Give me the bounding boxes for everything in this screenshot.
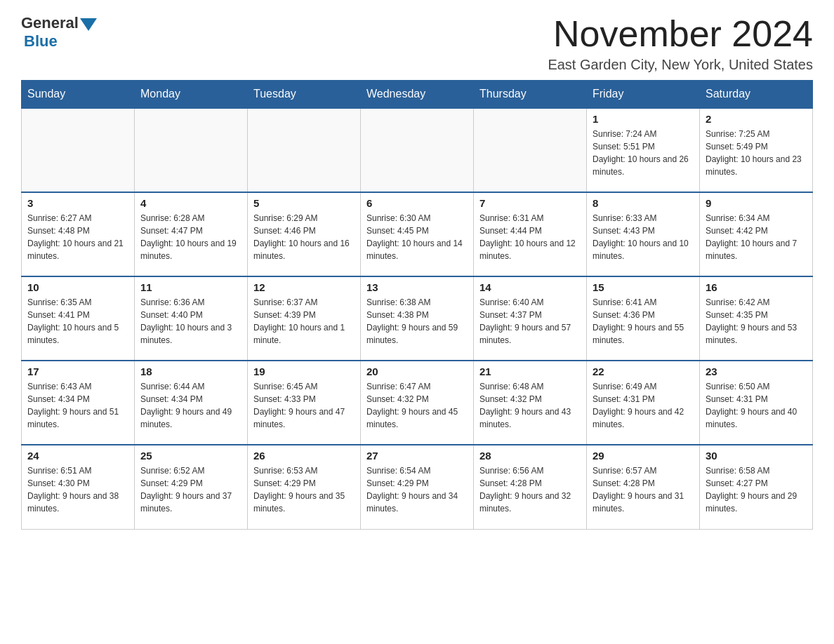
calendar-cell xyxy=(361,108,474,192)
calendar-cell: 1Sunrise: 7:24 AMSunset: 5:51 PMDaylight… xyxy=(587,108,700,192)
title-section: November 2024 East Garden City, New York… xyxy=(548,14,813,73)
calendar-cell xyxy=(474,108,587,192)
day-number: 3 xyxy=(27,197,128,209)
calendar-cell: 20Sunrise: 6:47 AMSunset: 4:32 PMDayligh… xyxy=(361,361,474,445)
day-number: 12 xyxy=(253,281,355,293)
day-info: Sunrise: 6:43 AMSunset: 4:34 PMDaylight:… xyxy=(27,380,128,431)
calendar-cell: 16Sunrise: 6:42 AMSunset: 4:35 PMDayligh… xyxy=(700,276,813,361)
logo-general-text: General xyxy=(21,14,79,32)
calendar-cell: 9Sunrise: 6:34 AMSunset: 4:42 PMDaylight… xyxy=(700,192,813,276)
day-number: 1 xyxy=(593,113,694,125)
calendar-header-wednesday: Wednesday xyxy=(361,81,474,109)
calendar-header-row: SundayMondayTuesdayWednesdayThursdayFrid… xyxy=(22,81,813,109)
day-number: 10 xyxy=(27,281,128,293)
day-info: Sunrise: 6:45 AMSunset: 4:33 PMDaylight:… xyxy=(253,380,355,431)
page-header: General Blue November 2024 East Garden C… xyxy=(21,14,813,73)
day-info: Sunrise: 6:41 AMSunset: 4:36 PMDaylight:… xyxy=(593,296,694,347)
day-number: 19 xyxy=(253,365,355,377)
calendar-cell: 29Sunrise: 6:57 AMSunset: 4:28 PMDayligh… xyxy=(587,445,700,529)
day-number: 14 xyxy=(479,281,581,293)
day-number: 25 xyxy=(140,450,241,462)
day-number: 20 xyxy=(366,365,468,377)
calendar-cell: 19Sunrise: 6:45 AMSunset: 4:33 PMDayligh… xyxy=(248,361,361,445)
calendar-cell: 26Sunrise: 6:53 AMSunset: 4:29 PMDayligh… xyxy=(248,445,361,529)
calendar-cell xyxy=(248,108,361,192)
week-row-3: 10Sunrise: 6:35 AMSunset: 4:41 PMDayligh… xyxy=(22,276,813,361)
day-info: Sunrise: 6:37 AMSunset: 4:39 PMDaylight:… xyxy=(253,296,355,347)
calendar-cell: 8Sunrise: 6:33 AMSunset: 4:43 PMDaylight… xyxy=(587,192,700,276)
page-subtitle: East Garden City, New York, United State… xyxy=(548,57,813,73)
day-info: Sunrise: 6:38 AMSunset: 4:38 PMDaylight:… xyxy=(366,296,468,347)
day-number: 22 xyxy=(593,365,694,377)
logo-blue-text: Blue xyxy=(24,32,58,51)
day-info: Sunrise: 6:31 AMSunset: 4:44 PMDaylight:… xyxy=(479,212,581,262)
calendar-header-monday: Monday xyxy=(135,81,248,109)
day-info: Sunrise: 6:30 AMSunset: 4:45 PMDaylight:… xyxy=(366,212,468,262)
calendar-cell: 14Sunrise: 6:40 AMSunset: 4:37 PMDayligh… xyxy=(474,276,587,361)
day-info: Sunrise: 6:53 AMSunset: 4:29 PMDaylight:… xyxy=(253,464,355,515)
page-title: November 2024 xyxy=(548,14,813,54)
day-number: 26 xyxy=(253,450,355,462)
day-number: 6 xyxy=(366,197,468,209)
day-number: 15 xyxy=(593,281,694,293)
day-number: 18 xyxy=(140,365,241,377)
calendar-cell: 2Sunrise: 7:25 AMSunset: 5:49 PMDaylight… xyxy=(700,108,813,192)
calendar-header-thursday: Thursday xyxy=(474,81,587,109)
day-info: Sunrise: 6:47 AMSunset: 4:32 PMDaylight:… xyxy=(366,380,468,431)
day-number: 4 xyxy=(140,197,241,209)
day-info: Sunrise: 6:54 AMSunset: 4:29 PMDaylight:… xyxy=(366,464,468,515)
day-info: Sunrise: 7:24 AMSunset: 5:51 PMDaylight:… xyxy=(593,128,694,178)
day-number: 11 xyxy=(140,281,241,293)
calendar-cell: 13Sunrise: 6:38 AMSunset: 4:38 PMDayligh… xyxy=(361,276,474,361)
day-info: Sunrise: 6:33 AMSunset: 4:43 PMDaylight:… xyxy=(593,212,694,262)
calendar-cell: 6Sunrise: 6:30 AMSunset: 4:45 PMDaylight… xyxy=(361,192,474,276)
day-info: Sunrise: 6:49 AMSunset: 4:31 PMDaylight:… xyxy=(593,380,694,431)
day-info: Sunrise: 6:52 AMSunset: 4:29 PMDaylight:… xyxy=(140,464,241,515)
day-info: Sunrise: 6:40 AMSunset: 4:37 PMDaylight:… xyxy=(479,296,581,347)
calendar-cell: 15Sunrise: 6:41 AMSunset: 4:36 PMDayligh… xyxy=(587,276,700,361)
calendar-cell: 22Sunrise: 6:49 AMSunset: 4:31 PMDayligh… xyxy=(587,361,700,445)
day-info: Sunrise: 7:25 AMSunset: 5:49 PMDaylight:… xyxy=(706,128,807,178)
calendar-cell: 21Sunrise: 6:48 AMSunset: 4:32 PMDayligh… xyxy=(474,361,587,445)
day-info: Sunrise: 6:48 AMSunset: 4:32 PMDaylight:… xyxy=(479,380,581,431)
calendar-cell: 10Sunrise: 6:35 AMSunset: 4:41 PMDayligh… xyxy=(22,276,135,361)
day-number: 7 xyxy=(479,197,581,209)
day-info: Sunrise: 6:58 AMSunset: 4:27 PMDaylight:… xyxy=(706,464,807,515)
day-info: Sunrise: 6:35 AMSunset: 4:41 PMDaylight:… xyxy=(27,296,128,347)
day-info: Sunrise: 6:36 AMSunset: 4:40 PMDaylight:… xyxy=(140,296,241,347)
calendar-cell: 12Sunrise: 6:37 AMSunset: 4:39 PMDayligh… xyxy=(248,276,361,361)
day-info: Sunrise: 6:42 AMSunset: 4:35 PMDaylight:… xyxy=(706,296,807,347)
week-row-2: 3Sunrise: 6:27 AMSunset: 4:48 PMDaylight… xyxy=(22,192,813,276)
day-number: 5 xyxy=(253,197,355,209)
calendar-cell: 27Sunrise: 6:54 AMSunset: 4:29 PMDayligh… xyxy=(361,445,474,529)
day-info: Sunrise: 6:51 AMSunset: 4:30 PMDaylight:… xyxy=(27,464,128,515)
calendar-cell: 24Sunrise: 6:51 AMSunset: 4:30 PMDayligh… xyxy=(22,445,135,529)
week-row-5: 24Sunrise: 6:51 AMSunset: 4:30 PMDayligh… xyxy=(22,445,813,529)
calendar-cell xyxy=(22,108,135,192)
day-info: Sunrise: 6:27 AMSunset: 4:48 PMDaylight:… xyxy=(27,212,128,262)
day-number: 2 xyxy=(706,113,807,125)
day-info: Sunrise: 6:29 AMSunset: 4:46 PMDaylight:… xyxy=(253,212,355,262)
calendar-cell: 11Sunrise: 6:36 AMSunset: 4:40 PMDayligh… xyxy=(135,276,248,361)
day-number: 24 xyxy=(27,450,128,462)
day-number: 27 xyxy=(366,450,468,462)
calendar-cell: 7Sunrise: 6:31 AMSunset: 4:44 PMDaylight… xyxy=(474,192,587,276)
calendar-cell: 23Sunrise: 6:50 AMSunset: 4:31 PMDayligh… xyxy=(700,361,813,445)
day-number: 28 xyxy=(479,450,581,462)
calendar-cell: 28Sunrise: 6:56 AMSunset: 4:28 PMDayligh… xyxy=(474,445,587,529)
calendar-cell: 17Sunrise: 6:43 AMSunset: 4:34 PMDayligh… xyxy=(22,361,135,445)
day-number: 13 xyxy=(366,281,468,293)
calendar-cell xyxy=(135,108,248,192)
day-number: 17 xyxy=(27,365,128,377)
week-row-4: 17Sunrise: 6:43 AMSunset: 4:34 PMDayligh… xyxy=(22,361,813,445)
calendar-table: SundayMondayTuesdayWednesdayThursdayFrid… xyxy=(21,80,813,530)
calendar-cell: 18Sunrise: 6:44 AMSunset: 4:34 PMDayligh… xyxy=(135,361,248,445)
calendar-cell: 30Sunrise: 6:58 AMSunset: 4:27 PMDayligh… xyxy=(700,445,813,529)
day-number: 23 xyxy=(706,365,807,377)
day-info: Sunrise: 6:56 AMSunset: 4:28 PMDaylight:… xyxy=(479,464,581,515)
day-info: Sunrise: 6:57 AMSunset: 4:28 PMDaylight:… xyxy=(593,464,694,515)
day-info: Sunrise: 6:34 AMSunset: 4:42 PMDaylight:… xyxy=(706,212,807,262)
calendar-cell: 3Sunrise: 6:27 AMSunset: 4:48 PMDaylight… xyxy=(22,192,135,276)
day-number: 29 xyxy=(593,450,694,462)
calendar-cell: 4Sunrise: 6:28 AMSunset: 4:47 PMDaylight… xyxy=(135,192,248,276)
